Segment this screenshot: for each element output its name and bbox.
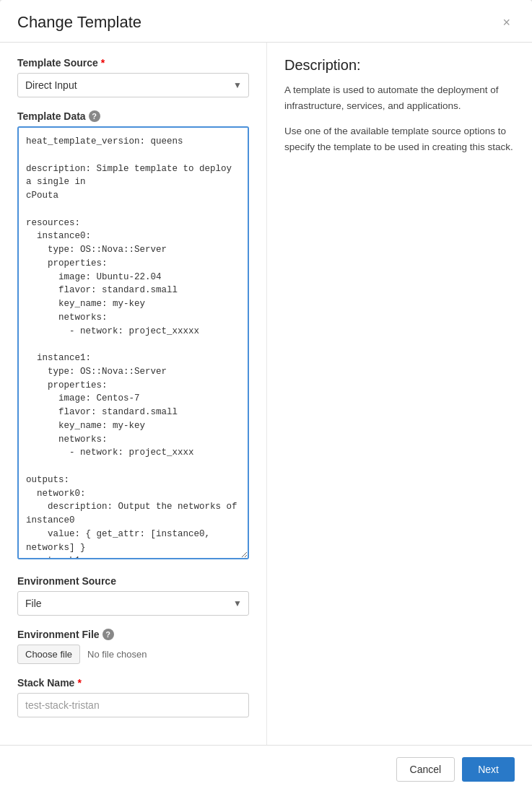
environment-file-label: Environment File ? <box>17 629 249 640</box>
left-panel: Template Source * Direct Input File URL … <box>0 43 267 745</box>
next-button[interactable]: Next <box>462 757 515 782</box>
required-star-stack: * <box>77 677 81 689</box>
modal-title: Change Template <box>17 13 141 32</box>
required-star: * <box>101 57 105 69</box>
modal-header: Change Template × <box>0 0 532 43</box>
close-button[interactable]: × <box>498 14 515 32</box>
environment-source-select-wrapper: File URL Direct Input ▼ <box>17 591 249 616</box>
environment-source-select[interactable]: File URL Direct Input <box>17 591 249 616</box>
template-data-group: Template Data ? heat_template_version: q… <box>17 110 249 562</box>
template-source-select-wrapper: Direct Input File URL ▼ <box>17 73 249 97</box>
environment-file-group: Environment File ? Choose file No file c… <box>17 629 249 664</box>
environment-source-label: Environment Source <box>17 575 249 587</box>
file-input-row: Choose file No file chosen <box>17 645 249 664</box>
choose-file-button[interactable]: Choose file <box>17 645 80 664</box>
stack-name-label: Stack Name * <box>17 677 249 689</box>
template-data-textarea[interactable]: heat_template_version: queens descriptio… <box>17 126 249 559</box>
cancel-button[interactable]: Cancel <box>396 757 455 782</box>
change-template-modal: Change Template × Template Source * Dire… <box>0 0 532 786</box>
template-source-label: Template Source * <box>17 57 249 69</box>
description-title: Description: <box>284 57 515 74</box>
right-panel: Description: A template is used to autom… <box>267 43 532 745</box>
stack-name-input[interactable] <box>17 693 249 717</box>
stack-name-group: Stack Name * <box>17 677 249 717</box>
template-source-group: Template Source * Direct Input File URL … <box>17 57 249 97</box>
description-paragraph-1: A template is used to automate the deplo… <box>284 82 515 113</box>
description-paragraph-2: Use one of the available template source… <box>284 123 515 154</box>
environment-file-help-icon[interactable]: ? <box>103 629 114 640</box>
modal-body: Template Source * Direct Input File URL … <box>0 43 532 745</box>
modal-footer: Cancel Next <box>0 745 532 786</box>
template-data-help-icon[interactable]: ? <box>89 110 100 122</box>
environment-source-group: Environment Source File URL Direct Input… <box>17 575 249 616</box>
file-name-text: No file chosen <box>87 649 147 660</box>
template-source-select[interactable]: Direct Input File URL <box>17 73 249 97</box>
template-data-label: Template Data ? <box>17 110 249 122</box>
